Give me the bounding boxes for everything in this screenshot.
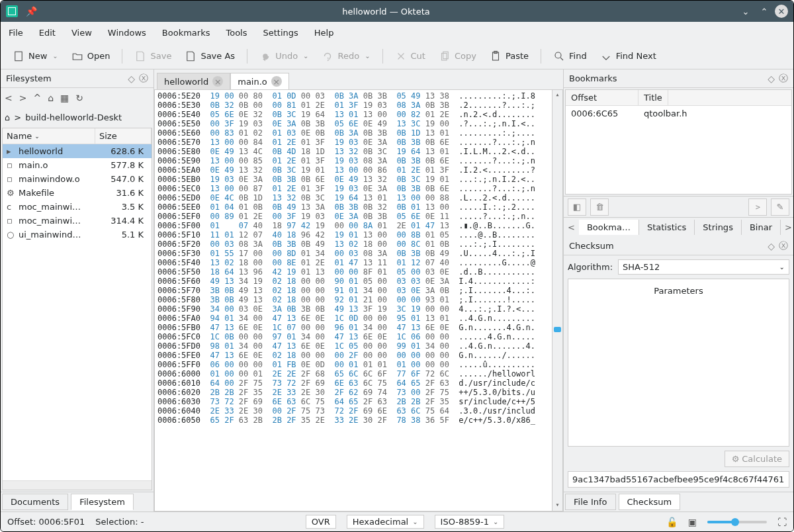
col-size-header[interactable]: Size xyxy=(95,128,152,144)
right-bottom-tab[interactable]: Checksum xyxy=(619,494,681,510)
checksum-title: Checksum xyxy=(569,241,614,251)
bookmark-add-icon[interactable]: ◧ xyxy=(568,199,586,216)
view-grid-icon[interactable]: ▦ xyxy=(60,93,69,103)
h-scrollbar[interactable] xyxy=(3,480,152,490)
app-icon xyxy=(6,5,18,17)
file-list: Name ⌄ Size ▸helloworld628.6 K▫main.o577… xyxy=(2,128,152,490)
menu-tools[interactable]: Tools xyxy=(226,28,247,38)
file-icon: ▫ xyxy=(7,216,19,226)
file-row[interactable]: ▫moc_mainwi…314.4 K xyxy=(3,214,152,228)
algorithm-select[interactable]: SHA-512⌄ xyxy=(618,259,789,275)
tab-scroll-left[interactable]: < xyxy=(564,222,579,232)
algo-label: Algorithm: xyxy=(568,262,613,272)
status-offset: Offset: 0006:5F01 xyxy=(7,517,85,527)
file-row[interactable]: ▫main.o577.8 K xyxy=(3,158,152,172)
encoding-select[interactable]: Hexadecimal⌄ xyxy=(347,515,424,529)
nav-back-icon[interactable]: < xyxy=(5,93,13,103)
lock-icon[interactable]: 🔓 xyxy=(666,517,678,527)
bm-col-title[interactable]: Title xyxy=(639,90,668,105)
nav-forward-icon[interactable]: > xyxy=(19,93,27,103)
tab-close-icon[interactable]: × xyxy=(271,76,282,87)
right-tab[interactable]: Strings xyxy=(695,220,742,235)
document-tabs: helloworld×main.o× xyxy=(154,69,563,89)
calculate-button[interactable]: ⚙ Calculate xyxy=(725,451,789,467)
titlebar: 📌 helloworld — Okteta ⌄ ⌃ ✕ xyxy=(1,1,793,22)
statusbar: Offset: 0006:5F01 Selection: - OVR Hexad… xyxy=(1,511,793,531)
panel-close-icon[interactable]: ⓧ xyxy=(779,240,788,252)
nav-home-icon[interactable]: ⌂ xyxy=(48,93,54,103)
find-button[interactable]: Find xyxy=(548,48,592,65)
v-scrollbar[interactable]: ▴▾ xyxy=(552,90,562,511)
paste-button[interactable]: Paste xyxy=(484,48,534,65)
open-button[interactable]: Open xyxy=(66,48,116,65)
editor-area: helloworld×main.o× 0006:5E20 19 00 00 80… xyxy=(154,69,563,511)
left-tab-documents[interactable]: Documents xyxy=(2,494,68,510)
file-icon: ▸ xyxy=(7,146,19,156)
reload-icon[interactable]: ↻ xyxy=(75,93,83,103)
menu-windows[interactable]: Windows xyxy=(108,28,146,38)
file-row[interactable]: ⚙Makefile31.6 K xyxy=(3,186,152,200)
file-icon: ⚙ xyxy=(7,188,19,198)
bookmark-row[interactable]: 0006:6C65qtoolbar.h xyxy=(566,106,791,121)
undo-button[interactable]: Undo⌄ xyxy=(254,48,314,65)
svg-rect-1 xyxy=(441,53,447,60)
checksum-output[interactable]: 9ac1347bad55167acbefbee95ce9f4c8c67f4476… xyxy=(568,471,789,488)
save-as-button[interactable]: Save As xyxy=(179,48,240,65)
redo-button[interactable]: Redo⌄ xyxy=(316,48,375,65)
close-button[interactable]: ✕ xyxy=(775,5,788,18)
panel-close-icon[interactable]: ⓧ xyxy=(139,73,148,85)
file-row[interactable]: ▸helloworld628.6 K xyxy=(3,144,152,158)
svg-point-5 xyxy=(555,52,561,58)
menu-edit[interactable]: Edit xyxy=(39,28,56,38)
panel-close-icon[interactable]: ⓧ xyxy=(779,73,788,85)
file-icon: ▫ xyxy=(7,160,19,170)
find-next-button[interactable]: Find Next xyxy=(595,48,662,65)
panel-diamond-icon[interactable]: ◇ xyxy=(768,241,775,251)
file-row[interactable]: ▫mainwindow.o547.0 K xyxy=(3,172,152,186)
home-icon: ⌂ xyxy=(5,112,10,122)
zoom-fullscreen-icon[interactable]: ⛶ xyxy=(777,517,787,527)
breadcrumb[interactable]: ⌂ > build-helloworld-Deskt xyxy=(1,108,154,126)
right-tab[interactable]: Binar xyxy=(742,220,781,235)
copy-button[interactable]: Copy xyxy=(433,48,482,65)
menu-view[interactable]: View xyxy=(71,28,92,38)
file-row[interactable]: ○ui_mainwind…5.1 K xyxy=(3,228,152,242)
bookmark-go-icon[interactable]: ＞ xyxy=(748,199,767,216)
menu-file[interactable]: File xyxy=(9,28,23,38)
minimize-button[interactable]: ⌄ xyxy=(738,3,754,19)
menu-settings[interactable]: Settings xyxy=(263,28,298,38)
parameters-box: Parameters xyxy=(568,279,789,447)
panel-diamond-icon[interactable]: ◇ xyxy=(128,73,135,84)
menu-bookmarks[interactable]: Bookmarks xyxy=(162,28,210,38)
tab-close-icon[interactable]: × xyxy=(212,76,223,87)
pin-icon[interactable]: 📌 xyxy=(26,6,37,17)
bm-col-offset[interactable]: Offset xyxy=(566,90,639,105)
tab-scroll-right[interactable]: > xyxy=(781,222,793,232)
menu-help[interactable]: Help xyxy=(314,28,334,38)
doc-tab[interactable]: main.o× xyxy=(230,73,289,89)
right-tab[interactable]: Bookma… xyxy=(579,220,639,235)
right-tab[interactable]: Statistics xyxy=(639,220,695,235)
bookmark-delete-icon[interactable]: 🗑 xyxy=(590,199,609,216)
new-button[interactable]: New⌄ xyxy=(7,48,64,65)
panel-diamond-icon[interactable]: ◇ xyxy=(768,73,775,84)
zoom-slider[interactable] xyxy=(707,521,767,523)
charset-select[interactable]: ISO-8859-1⌄ xyxy=(435,515,505,529)
nav-up-icon[interactable]: ^ xyxy=(33,93,41,103)
zoom-fit-icon[interactable]: ▣ xyxy=(688,517,697,527)
col-name-header[interactable]: Name ⌄ xyxy=(3,128,95,144)
bookmark-edit-icon[interactable]: ✎ xyxy=(771,199,789,216)
hex-editor[interactable]: 0006:5E20 19 00 00 80 01 0D 00 03 0B 3A … xyxy=(154,89,563,511)
right-tabs: < Bookma…StatisticsStringsBinar> xyxy=(564,217,793,237)
cut-button[interactable]: Cut xyxy=(390,48,431,65)
right-bottom-tab[interactable]: File Info xyxy=(565,494,616,510)
left-tab-filesystem[interactable]: Filesystem xyxy=(71,494,134,510)
window-title: helloworld — Okteta xyxy=(37,7,735,17)
maximize-button[interactable]: ⌃ xyxy=(756,3,772,19)
overwrite-mode[interactable]: OVR xyxy=(306,515,336,529)
save-button[interactable]: Save xyxy=(129,48,177,65)
file-row[interactable]: cmoc_mainwi…3.5 K xyxy=(3,200,152,214)
bookmark-toolbar: ◧ 🗑 ＞ ✎ xyxy=(564,196,793,217)
doc-tab[interactable]: helloworld× xyxy=(157,73,230,89)
status-selection: Selection: - xyxy=(95,517,144,527)
